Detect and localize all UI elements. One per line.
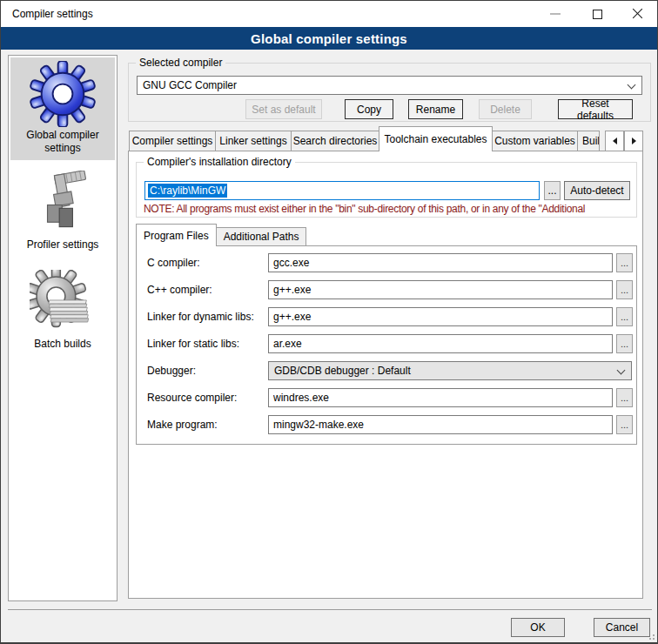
c-compiler-label: C compiler: bbox=[147, 253, 200, 272]
selected-compiler-group: Selected compiler GNU GCC Compiler Set a… bbox=[128, 63, 651, 122]
tab-scroll-left-button[interactable] bbox=[605, 131, 624, 151]
toolchain-executables-page: Compiler's installation directory C:\ray… bbox=[128, 151, 643, 599]
compiler-select[interactable]: GNU GCC Compiler bbox=[137, 76, 642, 95]
tab-search-directories[interactable]: Search directories bbox=[291, 131, 379, 151]
resource-compiler-browse-button[interactable]: ... bbox=[616, 388, 633, 407]
sidebar-item-batch-builds[interactable]: Batch builds bbox=[10, 265, 115, 367]
linker-static-input[interactable] bbox=[268, 334, 613, 353]
installation-directory-value: C:\raylib\MinGW bbox=[148, 184, 227, 198]
footer-divider bbox=[8, 609, 652, 610]
linker-dynamic-browse-button[interactable]: ... bbox=[616, 307, 633, 326]
close-icon bbox=[632, 9, 643, 20]
debugger-label: Debugger: bbox=[147, 361, 196, 380]
page-title: Global compiler settings bbox=[251, 31, 407, 46]
program-files-page: C compiler: ... C++ compiler: ... Linker… bbox=[136, 245, 637, 445]
chevron-down-icon bbox=[617, 366, 626, 375]
caliper-icon bbox=[30, 171, 96, 237]
installation-directory-group-label: Compiler's installation directory bbox=[144, 156, 295, 168]
sidebar-item-global-compiler-settings[interactable]: Global compiler settings bbox=[10, 57, 115, 160]
reset-defaults-button[interactable]: Reset defaults bbox=[558, 99, 633, 119]
sidebar-item-label: Profiler settings bbox=[24, 237, 103, 252]
arrow-right-icon bbox=[632, 138, 636, 144]
tab-custom-variables[interactable]: Custom variables bbox=[492, 131, 578, 151]
maximize-button[interactable] bbox=[582, 1, 612, 27]
blue-gear-icon bbox=[30, 61, 96, 127]
cpp-compiler-label: C++ compiler: bbox=[147, 280, 212, 299]
minimize-button[interactable] bbox=[540, 1, 570, 27]
tab-program-files[interactable]: Program Files bbox=[136, 224, 217, 246]
sidebar-item-label: Global compiler settings bbox=[10, 127, 115, 155]
selected-compiler-group-label: Selected compiler bbox=[136, 57, 225, 69]
linker-static-browse-button[interactable]: ... bbox=[616, 334, 633, 353]
dialog-header: Global compiler settings bbox=[1, 27, 657, 50]
linker-dynamic-input[interactable] bbox=[268, 307, 613, 326]
bin-subdirectory-note: NOTE: All programs must exist either in … bbox=[144, 203, 634, 215]
make-program-browse-button[interactable]: ... bbox=[616, 415, 633, 434]
close-button[interactable] bbox=[622, 1, 652, 27]
cpp-compiler-input[interactable] bbox=[268, 280, 613, 299]
tab-additional-paths[interactable]: Additional Paths bbox=[216, 227, 307, 246]
sidebar-item-profiler-settings[interactable]: Profiler settings bbox=[10, 165, 115, 263]
installation-directory-input[interactable]: C:\raylib\MinGW bbox=[144, 181, 540, 200]
compiler-select-value: GNU GCC Compiler bbox=[143, 79, 237, 91]
copy-button[interactable]: Copy bbox=[345, 99, 393, 119]
tab-linker-settings[interactable]: Linker settings bbox=[215, 131, 292, 151]
settings-sidebar: Global compiler settings Profiler settin… bbox=[8, 55, 118, 601]
resource-compiler-label: Resource compiler: bbox=[147, 388, 237, 407]
c-compiler-input[interactable] bbox=[268, 253, 613, 272]
debugger-select-value: GDB/CDB debugger : Default bbox=[274, 365, 411, 377]
maximize-icon bbox=[593, 10, 602, 19]
set-as-default-button[interactable]: Set as default bbox=[245, 99, 322, 119]
debugger-select[interactable]: GDB/CDB debugger : Default bbox=[268, 361, 632, 380]
tab-compiler-settings[interactable]: Compiler settings bbox=[129, 131, 216, 151]
make-program-input[interactable] bbox=[268, 415, 613, 434]
delete-button[interactable]: Delete bbox=[479, 99, 532, 119]
minimize-icon bbox=[550, 13, 561, 15]
tab-toolchain-executables[interactable]: Toolchain executables bbox=[379, 126, 493, 151]
rename-button[interactable]: Rename bbox=[408, 99, 463, 119]
resource-compiler-input[interactable] bbox=[268, 388, 613, 407]
linker-static-label: Linker for static libs: bbox=[147, 334, 239, 353]
resize-grip[interactable] bbox=[646, 631, 655, 640]
compiler-settings-dialog: Compiler settings Global compiler settin… bbox=[0, 0, 658, 644]
tab-scroll-right-button[interactable] bbox=[624, 131, 643, 151]
make-program-label: Make program: bbox=[147, 415, 218, 434]
cpp-compiler-browse-button[interactable]: ... bbox=[616, 280, 633, 299]
tab-build-options[interactable]: Build options bbox=[577, 131, 600, 151]
sidebar-item-label: Batch builds bbox=[30, 336, 94, 351]
compiler-tabs: Compiler settings Linker settings Search… bbox=[129, 126, 599, 151]
auto-detect-button[interactable]: Auto-detect bbox=[564, 181, 630, 200]
browse-directory-button[interactable]: ... bbox=[544, 181, 561, 200]
window-title: Compiler settings bbox=[12, 8, 93, 20]
cancel-button[interactable]: Cancel bbox=[594, 618, 650, 637]
program-files-tabs: Program Files Additional Paths bbox=[136, 224, 306, 246]
gray-gear-stack-icon bbox=[30, 270, 96, 336]
ok-button[interactable]: OK bbox=[511, 618, 565, 637]
title-bar: Compiler settings bbox=[1, 1, 657, 27]
chevron-down-icon bbox=[628, 81, 636, 90]
c-compiler-browse-button[interactable]: ... bbox=[616, 253, 633, 272]
linker-dynamic-label: Linker for dynamic libs: bbox=[147, 307, 254, 326]
arrow-left-icon bbox=[613, 138, 617, 144]
